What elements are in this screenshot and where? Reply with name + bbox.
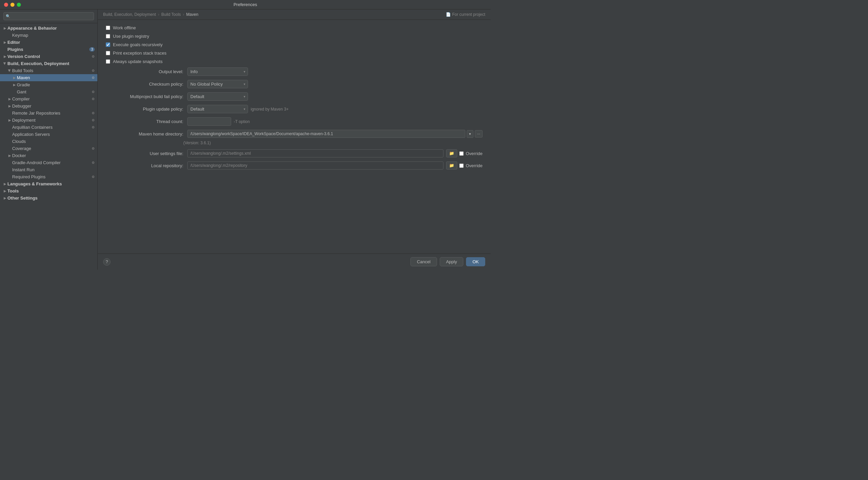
folder-icon: 📁 (449, 163, 454, 168)
breadcrumb-separator-icon: › (158, 12, 159, 17)
output-level-row: Output level: Info Debug Quiet ▾ (106, 67, 483, 76)
settings-icon: ⚙ (92, 76, 95, 80)
sidebar-item-clouds[interactable]: Clouds (0, 138, 97, 145)
maven-home-directory-input[interactable] (187, 130, 465, 138)
sidebar-item-remote-jar-repositories[interactable]: Remote Jar Repositories ⚙ (0, 110, 97, 117)
sidebar-item-docker[interactable]: ▶ Docker (0, 152, 97, 159)
output-level-label: Output level: (106, 69, 183, 74)
sidebar-item-arquillian-containers[interactable]: Arquillian Containers ⚙ (0, 124, 97, 131)
thread-count-row: Thread count: -T option (106, 117, 483, 126)
use-plugin-registry-checkbox[interactable] (106, 34, 110, 38)
minimize-button[interactable] (10, 3, 14, 7)
settings-icon: ⚙ (92, 161, 95, 164)
local-repository-input[interactable] (187, 161, 443, 170)
maven-home-directory-dropdown-button[interactable]: ▾ (467, 130, 473, 138)
print-exception-stack-traces-checkbox[interactable] (106, 51, 110, 55)
settings-icon: ⚙ (92, 175, 95, 179)
expand-arrow-icon: ▶ (7, 68, 12, 73)
sidebar-item-debugger[interactable]: ▶ Debugger (0, 102, 97, 110)
sidebar-item-gant[interactable]: Gant ⚙ (0, 88, 97, 95)
sidebar-item-maven[interactable]: ▶ Maven ⚙ (0, 74, 97, 81)
settings-icon: ⚙ (92, 125, 95, 129)
sidebar-item-label: Build Tools (12, 68, 33, 73)
sidebar-item-gradle-android-compiler[interactable]: Gradle-Android Compiler ⚙ (0, 159, 97, 166)
arrow-placeholder (7, 111, 12, 116)
sidebar-item-build-execution-deployment[interactable]: ▶ Build, Execution, Deployment (0, 60, 97, 67)
local-repository-override-checkbox[interactable] (459, 163, 464, 168)
ok-button[interactable]: OK (466, 257, 485, 266)
sidebar-item-build-tools[interactable]: ▶ Build Tools ⚙ (0, 67, 97, 74)
sidebar-item-label: Languages & Frameworks (7, 181, 62, 186)
settings-icon: ⚙ (92, 97, 95, 101)
settings-icon: ⚙ (92, 55, 95, 58)
user-settings-file-override-checkbox[interactable] (459, 151, 464, 156)
sidebar-item-coverage[interactable]: Coverage ⚙ (0, 145, 97, 152)
expand-arrow-icon: ▶ (7, 97, 12, 101)
sidebar-item-label: Version Control (7, 54, 40, 59)
close-button[interactable] (4, 3, 8, 7)
sidebar-item-label: Gradle-Android Compiler (12, 160, 61, 165)
window-title: Preferences (234, 2, 257, 7)
user-settings-file-label: User settings file: (106, 151, 183, 156)
sidebar-item-label: Tools (7, 188, 19, 193)
sidebar-item-label: Gant (17, 89, 26, 94)
arrow-placeholder (7, 132, 12, 137)
sidebar-item-plugins[interactable]: Plugins 3 (0, 46, 97, 53)
always-update-snapshots-checkbox[interactable] (106, 59, 110, 64)
thread-count-input[interactable] (187, 117, 231, 126)
plugin-update-policy-label: Plugin update policy: (106, 107, 183, 112)
breadcrumb-part-1[interactable]: Build, Execution, Deployment (103, 12, 156, 17)
expand-arrow-icon: ▶ (3, 182, 7, 186)
output-level-select[interactable]: Info Debug Quiet (187, 67, 248, 76)
expand-arrow-icon: ▶ (12, 76, 17, 80)
for-current-project: 📄 For current project (446, 12, 485, 17)
sidebar-item-label: Coverage (12, 146, 31, 151)
sidebar-item-languages-frameworks[interactable]: ▶ Languages & Frameworks (0, 180, 97, 187)
sidebar-item-version-control[interactable]: ▶ Version Control ⚙ (0, 53, 97, 60)
arrow-placeholder (7, 168, 12, 172)
work-offline-checkbox[interactable] (106, 26, 110, 30)
sidebar-item-gradle[interactable]: ▶ Gradle (0, 81, 97, 88)
maven-home-directory-browse-button[interactable]: ··· (475, 130, 483, 138)
expand-arrow-icon: ▶ (3, 54, 7, 59)
sidebar-item-label: Gradle (17, 82, 30, 87)
apply-button[interactable]: Apply (440, 257, 464, 266)
sidebar-item-other-settings[interactable]: ▶ Other Settings (0, 194, 97, 202)
user-settings-file-browse-button[interactable]: 📁 (446, 149, 457, 157)
settings-icon: ⚙ (92, 111, 95, 115)
cancel-button[interactable]: Cancel (410, 257, 437, 266)
user-settings-file-input[interactable] (187, 149, 443, 157)
arrow-placeholder (7, 160, 12, 165)
window-controls (4, 3, 21, 7)
sidebar-item-instant-run[interactable]: Instant Run (0, 166, 97, 173)
arrow-placeholder (7, 33, 12, 38)
checksum-policy-row: Checksum policy: No Global Policy Warn F… (106, 80, 483, 88)
title-bar: Preferences (0, 0, 491, 9)
multiproject-build-fail-policy-label: Multiproject build fail policy: (106, 94, 183, 99)
sidebar-item-tools[interactable]: ▶ Tools (0, 187, 97, 194)
multiproject-build-fail-policy-select[interactable]: Default Fail At End Fail Fast Never Fail (187, 92, 248, 101)
sidebar-tree: ▶ Appearance & Behavior Keymap ▶ Editor … (0, 23, 97, 270)
arrow-placeholder (7, 125, 12, 130)
breadcrumb-part-2[interactable]: Build Tools (161, 12, 181, 17)
sidebar-item-label: Appearance & Behavior (7, 26, 57, 31)
sidebar-item-deployment[interactable]: ▶ Deployment ⚙ (0, 117, 97, 124)
sidebar-item-label: Editor (7, 40, 20, 45)
sidebar-item-compiler[interactable]: ▶ Compiler ⚙ (0, 95, 97, 102)
sidebar-item-application-servers[interactable]: Application Servers (0, 131, 97, 138)
search-input[interactable] (3, 12, 94, 20)
local-repository-browse-button[interactable]: 📁 (446, 161, 457, 170)
plugin-update-policy-select[interactable]: Default Check for Updates Do Not Update … (187, 105, 248, 113)
arrow-placeholder (7, 146, 12, 151)
sidebar-item-keymap[interactable]: Keymap (0, 32, 97, 39)
help-button[interactable]: ? (103, 258, 111, 266)
sidebar-item-editor[interactable]: ▶ Editor (0, 39, 97, 46)
sidebar-item-appearance-behavior[interactable]: ▶ Appearance & Behavior (0, 25, 97, 32)
content-area: Build, Execution, Deployment › Build Too… (98, 9, 491, 270)
expand-arrow-icon: ▶ (12, 83, 17, 87)
maximize-button[interactable] (17, 3, 21, 7)
local-repository-row: Local repository: 📁 Override (106, 161, 483, 170)
sidebar-item-required-plugins[interactable]: Required Plugins ⚙ (0, 173, 97, 180)
checksum-policy-select[interactable]: No Global Policy Warn Fail (187, 80, 248, 88)
execute-goals-recursively-checkbox[interactable] (106, 42, 110, 47)
